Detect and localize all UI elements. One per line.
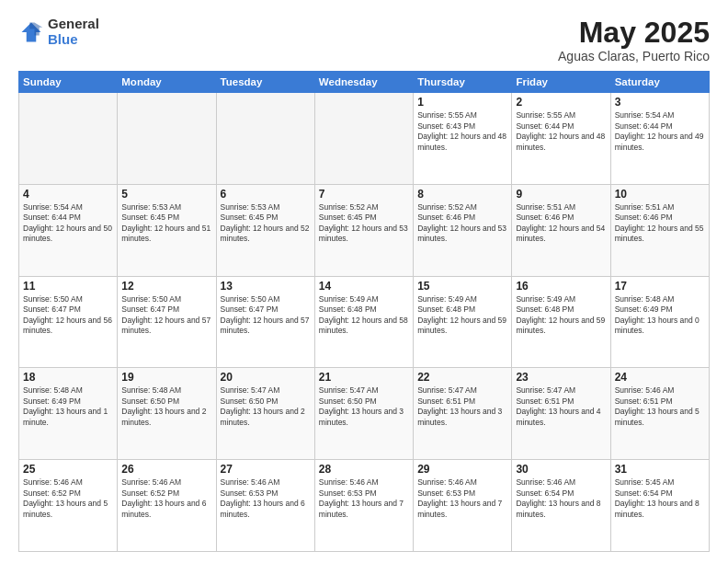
day-number: 3 [615, 96, 705, 109]
calendar-cell: 11Sunrise: 5:50 AMSunset: 6:47 PMDayligh… [19, 276, 118, 368]
day-info: Sunrise: 5:53 AMSunset: 6:45 PMDaylight:… [121, 202, 211, 245]
day-info: Sunrise: 5:45 AMSunset: 6:54 PMDaylight:… [615, 477, 705, 520]
day-number: 29 [417, 463, 507, 476]
day-number: 25 [23, 463, 113, 476]
location: Aguas Claras, Puerto Rico [558, 49, 710, 63]
calendar-cell: 27Sunrise: 5:46 AMSunset: 6:53 PMDayligh… [216, 460, 314, 552]
day-number: 24 [615, 371, 705, 384]
day-number: 5 [121, 188, 211, 201]
day-info: Sunrise: 5:47 AMSunset: 6:50 PMDaylight:… [221, 385, 311, 428]
calendar-cell: 22Sunrise: 5:47 AMSunset: 6:51 PMDayligh… [414, 368, 512, 460]
page: General Blue May 2025 Aguas Claras, Puer… [0, 0, 728, 563]
calendar-cell [216, 93, 314, 185]
calendar-cell: 28Sunrise: 5:46 AMSunset: 6:53 PMDayligh… [314, 460, 413, 552]
calendar-cell: 25Sunrise: 5:46 AMSunset: 6:52 PMDayligh… [19, 460, 118, 552]
day-number: 28 [319, 463, 409, 476]
day-number: 31 [615, 463, 705, 476]
day-number: 14 [319, 280, 409, 293]
calendar-cell [314, 93, 413, 185]
calendar-cell [19, 93, 118, 185]
day-info: Sunrise: 5:48 AMSunset: 6:50 PMDaylight:… [121, 385, 211, 428]
calendar-header-row: Sunday Monday Tuesday Wednesday Thursday… [19, 72, 710, 93]
day-info: Sunrise: 5:52 AMSunset: 6:45 PMDaylight:… [319, 202, 409, 245]
day-number: 26 [121, 463, 211, 476]
col-monday: Monday [118, 72, 216, 93]
calendar-cell [118, 93, 216, 185]
day-info: Sunrise: 5:49 AMSunset: 6:48 PMDaylight:… [516, 294, 606, 337]
col-thursday: Thursday [414, 72, 512, 93]
day-info: Sunrise: 5:46 AMSunset: 6:53 PMDaylight:… [417, 477, 507, 520]
calendar-cell: 20Sunrise: 5:47 AMSunset: 6:50 PMDayligh… [216, 368, 314, 460]
calendar-cell: 14Sunrise: 5:49 AMSunset: 6:48 PMDayligh… [314, 276, 413, 368]
calendar-cell: 15Sunrise: 5:49 AMSunset: 6:48 PMDayligh… [414, 276, 512, 368]
day-number: 20 [221, 371, 311, 384]
day-info: Sunrise: 5:54 AMSunset: 6:44 PMDaylight:… [23, 202, 113, 245]
calendar-cell: 3Sunrise: 5:54 AMSunset: 6:44 PMDaylight… [610, 93, 709, 185]
day-info: Sunrise: 5:50 AMSunset: 6:47 PMDaylight:… [121, 294, 211, 337]
calendar-cell: 26Sunrise: 5:46 AMSunset: 6:52 PMDayligh… [118, 460, 216, 552]
calendar-table: Sunday Monday Tuesday Wednesday Thursday… [18, 71, 710, 552]
day-number: 6 [221, 188, 311, 201]
day-number: 11 [23, 280, 113, 293]
calendar-cell: 17Sunrise: 5:48 AMSunset: 6:49 PMDayligh… [610, 276, 709, 368]
day-info: Sunrise: 5:49 AMSunset: 6:48 PMDaylight:… [319, 294, 409, 337]
day-info: Sunrise: 5:55 AMSunset: 6:43 PMDaylight:… [417, 110, 507, 153]
logo-blue-text: Blue [48, 32, 99, 48]
calendar-cell: 2Sunrise: 5:55 AMSunset: 6:44 PMDaylight… [512, 93, 610, 185]
day-number: 18 [23, 371, 113, 384]
day-info: Sunrise: 5:46 AMSunset: 6:51 PMDaylight:… [615, 385, 705, 428]
calendar-cell: 21Sunrise: 5:47 AMSunset: 6:50 PMDayligh… [314, 368, 413, 460]
calendar-cell: 6Sunrise: 5:53 AMSunset: 6:45 PMDaylight… [216, 184, 314, 276]
calendar-cell: 7Sunrise: 5:52 AMSunset: 6:45 PMDaylight… [314, 184, 413, 276]
col-friday: Friday [512, 72, 610, 93]
calendar-week-4: 18Sunrise: 5:48 AMSunset: 6:49 PMDayligh… [19, 368, 710, 460]
day-info: Sunrise: 5:46 AMSunset: 6:54 PMDaylight:… [516, 477, 606, 520]
day-number: 8 [417, 188, 507, 201]
col-saturday: Saturday [610, 72, 709, 93]
calendar-cell: 13Sunrise: 5:50 AMSunset: 6:47 PMDayligh… [216, 276, 314, 368]
col-wednesday: Wednesday [314, 72, 413, 93]
calendar-cell: 8Sunrise: 5:52 AMSunset: 6:46 PMDaylight… [414, 184, 512, 276]
day-info: Sunrise: 5:46 AMSunset: 6:53 PMDaylight:… [319, 477, 409, 520]
day-number: 23 [516, 371, 606, 384]
day-info: Sunrise: 5:54 AMSunset: 6:44 PMDaylight:… [615, 110, 705, 153]
calendar-week-2: 4Sunrise: 5:54 AMSunset: 6:44 PMDaylight… [19, 184, 710, 276]
logo-text: General Blue [48, 17, 99, 47]
title-block: May 2025 Aguas Claras, Puerto Rico [558, 17, 710, 63]
day-number: 16 [516, 280, 606, 293]
day-number: 30 [516, 463, 606, 476]
calendar-cell: 10Sunrise: 5:51 AMSunset: 6:46 PMDayligh… [610, 184, 709, 276]
day-number: 21 [319, 371, 409, 384]
calendar-cell: 31Sunrise: 5:45 AMSunset: 6:54 PMDayligh… [610, 460, 709, 552]
calendar-cell: 1Sunrise: 5:55 AMSunset: 6:43 PMDaylight… [414, 93, 512, 185]
day-number: 27 [221, 463, 311, 476]
calendar-cell: 5Sunrise: 5:53 AMSunset: 6:45 PMDaylight… [118, 184, 216, 276]
day-number: 9 [516, 188, 606, 201]
day-number: 17 [615, 280, 705, 293]
logo-icon [18, 19, 44, 45]
calendar-cell: 9Sunrise: 5:51 AMSunset: 6:46 PMDaylight… [512, 184, 610, 276]
day-info: Sunrise: 5:55 AMSunset: 6:44 PMDaylight:… [516, 110, 606, 153]
logo: General Blue [18, 17, 99, 47]
calendar-cell: 29Sunrise: 5:46 AMSunset: 6:53 PMDayligh… [414, 460, 512, 552]
day-info: Sunrise: 5:50 AMSunset: 6:47 PMDaylight:… [23, 294, 113, 337]
day-number: 13 [221, 280, 311, 293]
day-number: 10 [615, 188, 705, 201]
day-number: 7 [319, 188, 409, 201]
calendar-cell: 16Sunrise: 5:49 AMSunset: 6:48 PMDayligh… [512, 276, 610, 368]
day-info: Sunrise: 5:52 AMSunset: 6:46 PMDaylight:… [417, 202, 507, 245]
day-info: Sunrise: 5:47 AMSunset: 6:50 PMDaylight:… [319, 385, 409, 428]
day-info: Sunrise: 5:49 AMSunset: 6:48 PMDaylight:… [417, 294, 507, 337]
col-tuesday: Tuesday [216, 72, 314, 93]
calendar-week-3: 11Sunrise: 5:50 AMSunset: 6:47 PMDayligh… [19, 276, 710, 368]
day-number: 2 [516, 96, 606, 109]
day-info: Sunrise: 5:48 AMSunset: 6:49 PMDaylight:… [615, 294, 705, 337]
day-info: Sunrise: 5:51 AMSunset: 6:46 PMDaylight:… [516, 202, 606, 245]
day-info: Sunrise: 5:46 AMSunset: 6:52 PMDaylight:… [23, 477, 113, 520]
header: General Blue May 2025 Aguas Claras, Puer… [18, 17, 710, 63]
day-number: 1 [417, 96, 507, 109]
day-info: Sunrise: 5:47 AMSunset: 6:51 PMDaylight:… [417, 385, 507, 428]
day-info: Sunrise: 5:46 AMSunset: 6:53 PMDaylight:… [221, 477, 311, 520]
day-number: 15 [417, 280, 507, 293]
day-info: Sunrise: 5:50 AMSunset: 6:47 PMDaylight:… [221, 294, 311, 337]
